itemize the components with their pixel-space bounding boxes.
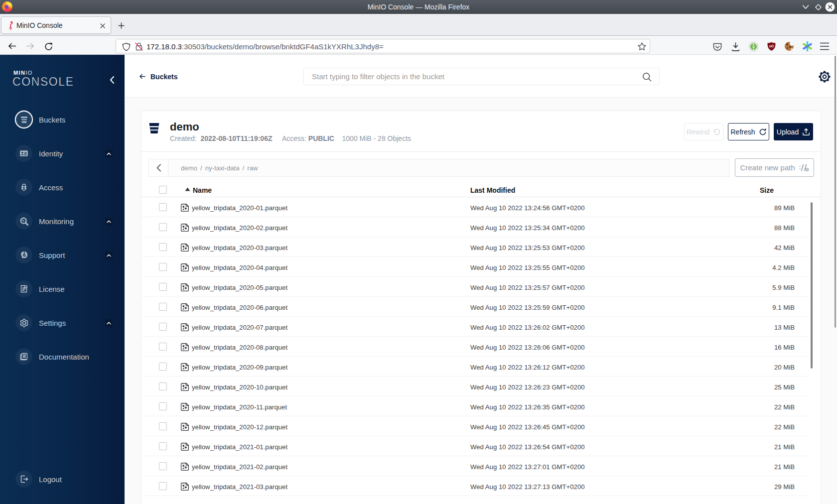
svg-text:uO: uO	[769, 44, 774, 48]
